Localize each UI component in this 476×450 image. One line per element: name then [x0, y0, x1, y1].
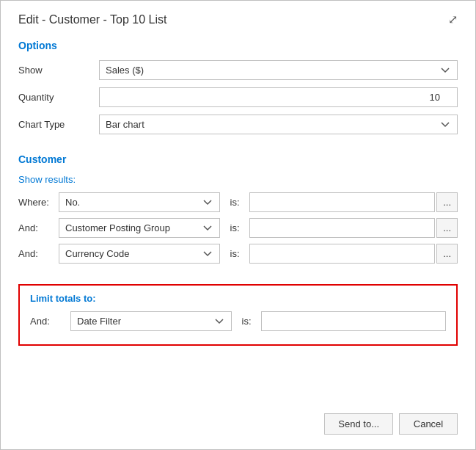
dialog-header: Edit - Customer - Top 10 List ⤢: [18, 12, 458, 26]
show-row: Show Sales ($) Sales (Qty.) Profit ($) P…: [18, 60, 458, 80]
and2-label: And:: [18, 248, 59, 259]
show-dropdown-wrap: Sales ($) Sales (Qty.) Profit ($) Profit…: [99, 60, 458, 80]
quantity-input[interactable]: [99, 87, 458, 107]
show-select[interactable]: Sales ($) Sales (Qty.) Profit ($) Profit…: [99, 60, 458, 80]
and1-value-wrap: ...: [249, 218, 458, 238]
limit-value-wrap: [261, 311, 446, 331]
where-label: Where:: [18, 197, 59, 208]
limit-totals-label: Limit totals to:: [30, 293, 446, 304]
where-row: Where: No. Name Customer Posting Group C…: [18, 192, 458, 212]
quantity-input-wrap: [99, 87, 458, 107]
quantity-label: Quantity: [18, 92, 99, 103]
and2-value-input[interactable]: [249, 244, 435, 264]
where-value-wrap: ...: [249, 192, 458, 212]
where-select[interactable]: No. Name Customer Posting Group Currency…: [59, 192, 220, 212]
expand-icon[interactable]: ⤢: [448, 12, 458, 26]
where-dropdown-wrap: No. Name Customer Posting Group Currency…: [59, 192, 220, 212]
chart-type-dropdown-wrap: Bar chart Line chart Pie chart: [99, 115, 458, 134]
limit-is-label: is:: [239, 316, 254, 327]
limit-totals-box: Limit totals to: And: Date Filter No. Na…: [18, 284, 458, 346]
quantity-row: Quantity: [18, 87, 458, 107]
and1-ellipsis-btn[interactable]: ...: [436, 218, 458, 238]
options-section: Options Show Sales ($) Sales (Qty.) Prof…: [18, 40, 458, 142]
and1-select[interactable]: No. Name Customer Posting Group Currency…: [59, 218, 220, 238]
dialog-container: Edit - Customer - Top 10 List ⤢ Options …: [0, 0, 476, 450]
cancel-button[interactable]: Cancel: [399, 413, 458, 435]
and2-ellipsis-btn[interactable]: ...: [436, 244, 458, 264]
show-results-label: Show results:: [18, 174, 458, 185]
limit-date-filter-select[interactable]: Date Filter No. Name: [70, 311, 232, 331]
and2-row: And: No. Name Customer Posting Group Cur…: [18, 244, 458, 264]
limit-date-filter-input[interactable]: [261, 311, 446, 331]
where-ellipsis-btn[interactable]: ...: [436, 192, 458, 212]
send-to-button[interactable]: Send to...: [324, 413, 393, 435]
and2-dropdown-wrap: No. Name Customer Posting Group Currency…: [59, 244, 220, 264]
where-value-input[interactable]: [249, 192, 435, 212]
chart-type-label: Chart Type: [18, 119, 99, 130]
options-section-label: Options: [18, 40, 458, 51]
and1-value-input[interactable]: [249, 218, 435, 238]
where-is-label: is:: [227, 197, 242, 208]
and1-label: And:: [18, 222, 59, 233]
limit-date-filter-wrap: Date Filter No. Name: [70, 311, 232, 331]
dialog-title: Edit - Customer - Top 10 List: [18, 13, 166, 26]
and1-is-label: is:: [227, 222, 242, 233]
and1-dropdown-wrap: No. Name Customer Posting Group Currency…: [59, 218, 220, 238]
limit-and-row: And: Date Filter No. Name is:: [30, 311, 446, 331]
customer-section: Customer Show results: Where: No. Name C…: [18, 153, 458, 269]
and1-row: And: No. Name Customer Posting Group Cur…: [18, 218, 458, 238]
and2-value-wrap: ...: [249, 244, 458, 264]
chart-type-select[interactable]: Bar chart Line chart Pie chart: [99, 115, 458, 134]
and2-is-label: is:: [227, 248, 242, 259]
chart-type-row: Chart Type Bar chart Line chart Pie char…: [18, 115, 458, 134]
show-label: Show: [18, 65, 99, 76]
limit-and-label: And:: [30, 316, 70, 327]
and2-select[interactable]: No. Name Customer Posting Group Currency…: [59, 244, 220, 264]
customer-section-label: Customer: [18, 153, 458, 165]
dialog-footer: Send to... Cancel: [18, 406, 458, 435]
